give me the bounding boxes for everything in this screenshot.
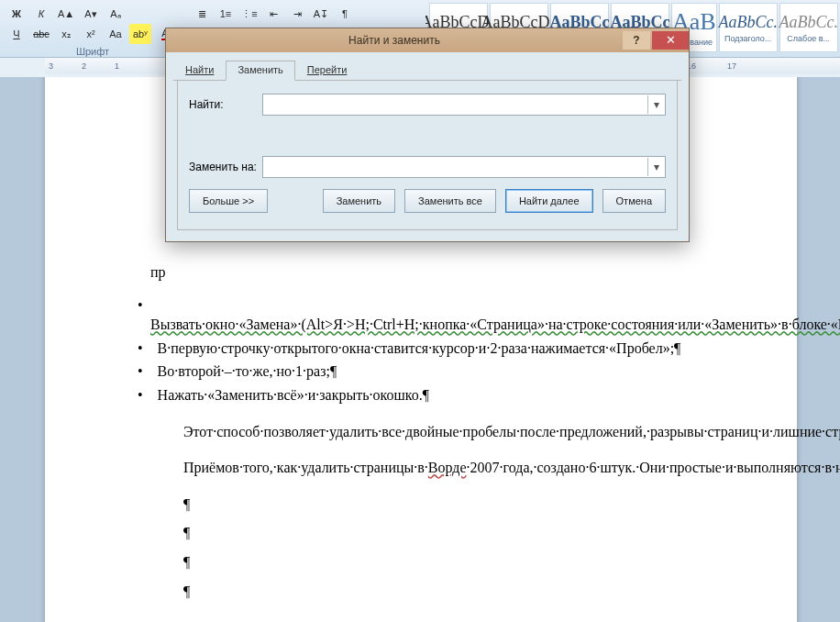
list-item[interactable]: В·первую·строчку·открытого·окна·ставится… [150,339,707,359]
list-item[interactable]: Нажать·«Заменить·всё»·и·закрыть·окошко.¶ [150,385,707,405]
grow-font-button[interactable]: A▲ [55,4,77,24]
highlight-button[interactable]: abʸ [129,24,151,44]
dialog-titlebar[interactable]: Найти и заменить ? ✕ [166,28,689,52]
empty-paragraph[interactable]: ¶ [150,582,707,602]
tab-find[interactable]: Найти [173,61,226,81]
dialog-panel: Найти: ▾ Заменить на: ▾ Больше >> Замени… [177,81,678,230]
dialog-title: Найти и заменить [166,34,623,47]
help-button[interactable]: ? [623,31,650,50]
empty-paragraph[interactable]: ¶ [150,523,707,543]
chevron-down-icon[interactable]: ▾ [647,95,665,114]
change-case-button[interactable]: Aa [105,24,127,44]
cancel-button[interactable]: Отмена [602,189,666,213]
find-label: Найти: [189,98,262,111]
empty-paragraph[interactable]: ¶ [150,552,707,572]
clear-format-button[interactable]: Aₐ [105,4,127,24]
find-replace-dialog: Найти и заменить ? ✕ Найти Заменить Пере… [165,28,690,242]
find-input[interactable] [263,96,647,113]
spellcheck-word[interactable]: Ворде [428,460,467,475]
replace-label: Заменить на: [189,161,262,173]
shrink-font-button[interactable]: A▾ [80,4,102,24]
numbering-button[interactable]: 1≡ [215,4,237,24]
bullets-button[interactable]: ≣ [191,4,213,24]
sort-button[interactable]: A↧ [310,4,332,24]
replace-input[interactable] [263,159,647,175]
ruler-mark: 1 [115,61,119,71]
close-button[interactable]: ✕ [652,31,689,50]
style-item[interactable]: AaBbCc.Слабое в... [779,3,838,52]
show-marks-button[interactable]: ¶ [334,4,356,24]
tab-goto[interactable]: Перейти [295,61,359,81]
paragraph[interactable]: Этот·способ·позволяет·удалить·все·двойны… [150,422,707,442]
strike-button[interactable]: abc [30,24,52,44]
find-next-button[interactable]: Найти далее [505,189,593,213]
chevron-down-icon[interactable]: ▾ [647,158,665,176]
style-item[interactable]: AaBbCc.Подзаголо... [719,3,778,52]
more-button[interactable]: Больше >> [189,189,268,213]
italic-button[interactable]: К [30,4,52,24]
dedent-button[interactable]: ⇤ [262,4,284,24]
list-item[interactable]: Вызвать·окно·«Замена»·(Alt>Я·>Н;·Ctrl+H;… [150,295,707,335]
bold-button[interactable]: Ж [6,4,28,24]
replace-all-button[interactable]: Заменить все [404,189,496,213]
replace-combo[interactable]: ▾ [262,156,666,178]
dialog-tabs: Найти Заменить Перейти [173,60,681,81]
empty-paragraph[interactable]: ¶ [150,494,707,515]
subscript-button[interactable]: x₂ [55,24,77,44]
multilevel-button[interactable]: ⋮≡ [238,4,260,24]
tab-replace[interactable]: Заменить [226,61,294,81]
ruler-mark: 17 [727,61,736,71]
underline-button[interactable]: Ч [6,24,28,44]
list-item[interactable]: Во·второй·–·то·же,·но·1·раз;¶ [150,361,707,382]
indent-button[interactable]: ⇥ [286,4,308,24]
para-cut[interactable]: пр [150,262,707,283]
ruler-mark: 2 [82,61,86,71]
replace-button[interactable]: Заменить [323,189,395,213]
ruler-mark: 3 [49,61,53,71]
font-group-label: Шрифт [6,46,180,57]
paragraph[interactable]: Приёмов·того,·как·удалить·страницы·в·Вор… [150,458,707,478]
superscript-button[interactable]: x² [80,24,102,44]
find-combo[interactable]: ▾ [262,94,666,116]
font-group: Ж К A▲ A▾ Aₐ Ч abc x₂ x² Aa abʸ A Шрифт [0,0,185,57]
